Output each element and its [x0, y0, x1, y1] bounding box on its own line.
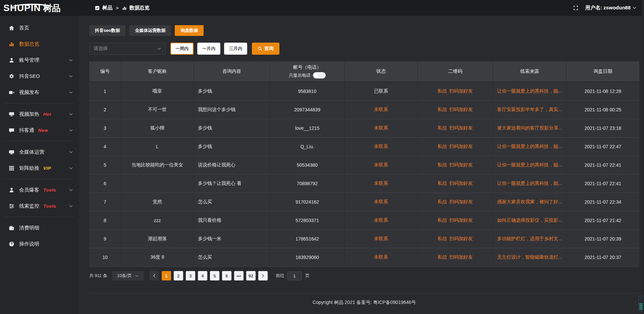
home-icon: [9, 25, 14, 31]
chevron-down-icon: [69, 128, 73, 133]
next-page-button[interactable]: [258, 271, 268, 280]
page-size-label: 10条/页: [117, 273, 132, 279]
private-message-link[interactable]: 私信: [438, 236, 447, 242]
page-button-3[interactable]: 3: [186, 271, 195, 280]
user-menu[interactable]: 用户名: zswodun88: [585, 5, 637, 11]
date-range-group: 一周内一月内三月内: [170, 43, 247, 55]
page-button-4[interactable]: 4: [198, 271, 207, 280]
chevron-down-icon: [69, 166, 73, 170]
page-button-6[interactable]: 6: [222, 271, 231, 280]
scan-add-friend-link[interactable]: 扫码加好友: [449, 180, 473, 187]
cell-no: 5: [89, 156, 121, 174]
sidebar-item-display[interactable]: 全媒体运营: [0, 144, 79, 160]
private-message-link[interactable]: 私信: [438, 254, 447, 260]
page-button-1[interactable]: 1: [162, 271, 171, 280]
cell-source: 让你一眼就爱上的黑科技，能...: [493, 156, 567, 174]
private-message-link[interactable]: 私信: [438, 125, 447, 131]
scan-add-friend-link[interactable]: 扫码加好友: [449, 88, 473, 94]
cell-nickname: 当地比较能吃的一位美女: [121, 156, 194, 174]
cell-status: 未联系: [345, 156, 418, 174]
lead-source-link[interactable]: 客厅安装投影半年多了，真实...: [497, 107, 562, 113]
lead-source-link[interactable]: 多功能护栏灯，适用于乡村文...: [497, 236, 562, 242]
scan-add-friend-link[interactable]: 扫码加好友: [449, 199, 473, 205]
lead-source-link[interactable]: 让你一眼就爱上的黑科技，能...: [497, 180, 562, 187]
tab-media-operation-data[interactable]: 全媒体运营数据: [129, 25, 171, 36]
sidebar-item-member[interactable]: 会员爆客Tools: [0, 182, 79, 198]
more-pages-button[interactable]: •••: [234, 271, 244, 280]
prev-page-button[interactable]: [150, 271, 159, 280]
total-count: 共 911 条: [89, 273, 107, 279]
tab-douyin-seo-data[interactable]: 抖音seo数据: [89, 25, 125, 36]
chevron-down-icon: [69, 90, 73, 95]
private-message-link[interactable]: 私信: [438, 180, 447, 187]
sidebar-item-bar-chart[interactable]: 数据总览: [0, 36, 79, 52]
private-message-link[interactable]: 私信: [438, 162, 447, 168]
grid-icon: [9, 165, 14, 171]
page-button-5[interactable]: 5: [210, 271, 219, 280]
sidebar-item-help[interactable]: ?操作说明: [0, 236, 79, 252]
topbar: SHUPIN 树品 树品 > 数据总览 用户名: zswodun88: [0, 0, 644, 16]
private-message-link[interactable]: 私信: [438, 217, 447, 223]
sidebar-item-label: 全媒体运营: [19, 149, 44, 155]
cell-no: 1: [89, 82, 121, 100]
scan-add-friend-link[interactable]: 扫码加好友: [449, 236, 473, 242]
scrollbar-track[interactable]: [642, 0, 644, 314]
cell-nickname: 不可一世: [121, 101, 194, 119]
lead-source-link[interactable]: 让你一眼就爱上的黑科技，能...: [497, 144, 562, 150]
fullscreen-icon[interactable]: [573, 5, 579, 11]
lead-source-link[interactable]: 感谢大家喜欢我家，被问了好...: [497, 199, 562, 205]
cell-status: 未联系: [345, 174, 418, 193]
private-message-link[interactable]: 私信: [438, 107, 447, 113]
cell-date: 2021-11-07 22:47: [567, 138, 639, 156]
cell-qrcode: 私信扫码加好友: [418, 248, 493, 266]
cell-content: 多少钱: [194, 119, 270, 137]
sidebar-item-video[interactable]: 视频发布: [0, 84, 79, 100]
sidebar-item-label: 视频加热: [19, 111, 39, 117]
sidebar-item-chat[interactable]: 抖客通New: [0, 122, 79, 138]
sidebar-item-label: 会员爆客: [19, 187, 39, 193]
sidebar-item-label: 线索监控: [19, 203, 39, 209]
cell-account: 50534380: [270, 156, 345, 174]
phone-toggle-label: 只显示电话: [289, 72, 311, 78]
lead-source-link[interactable]: 被大家追着问的客厅投影分享...: [497, 125, 562, 131]
scan-add-friend-link[interactable]: 扫码加好友: [449, 162, 473, 168]
goto-page-input[interactable]: [287, 271, 302, 280]
range-button-quarter[interactable]: 三月内: [224, 43, 247, 55]
lead-source-link[interactable]: 让你一眼就爱上的黑科技，能...: [497, 88, 562, 94]
lead-source-link[interactable]: 让你一眼就爱上的黑科技，能...: [497, 162, 562, 168]
sidebar-item-user[interactable]: 账号管理: [0, 52, 79, 68]
private-message-link[interactable]: 私信: [438, 144, 447, 150]
query-button[interactable]: 查询: [252, 43, 279, 55]
sidebar-item-gear[interactable]: 抖音SEO: [0, 68, 79, 84]
sidebar-item-sliders[interactable]: 线索监控Tools: [0, 198, 79, 214]
scan-add-friend-link[interactable]: 扫码加好友: [449, 144, 473, 150]
cell-qrcode: 私信扫码加好友: [418, 101, 493, 119]
sidebar-item-monitor[interactable]: 视频加热Hot: [0, 106, 79, 122]
scan-add-friend-link[interactable]: 扫码加好友: [449, 125, 473, 131]
page-button-2[interactable]: 2: [174, 271, 183, 280]
page-size-select[interactable]: 10条/页: [112, 271, 144, 280]
tab-inquiry-data[interactable]: 询盘数据: [175, 25, 204, 36]
lead-source-link[interactable]: 无主灯设计，智能磁吸轨道灯...: [497, 254, 562, 260]
range-button-week[interactable]: 一周内: [170, 43, 194, 55]
cell-nickname: 潮起潮落: [121, 230, 194, 248]
scan-add-friend-link[interactable]: 扫码加好友: [449, 107, 473, 113]
page-button-92[interactable]: 92: [246, 271, 256, 280]
sidebar-item-wallet[interactable]: 消费明细: [0, 220, 79, 236]
chevron-down-icon: [69, 74, 73, 78]
cell-date: 2021-11-07 22:41: [567, 174, 639, 193]
account-select[interactable]: 请选择: [89, 43, 166, 55]
cell-content: 多少钱一米: [194, 230, 270, 248]
private-message-link[interactable]: 私信: [438, 88, 447, 94]
sidebar-item-grid[interactable]: 矩阵助推VIP: [0, 160, 79, 176]
column-header-qrcode: 二维码: [418, 61, 493, 82]
floating-widget[interactable]: [638, 296, 643, 311]
scan-add-friend-link[interactable]: 扫码加好友: [449, 217, 473, 223]
scan-add-friend-link[interactable]: 扫码加好友: [449, 254, 473, 260]
breadcrumb-root[interactable]: 树品: [102, 5, 112, 11]
lead-source-link[interactable]: 如何正确选择投影仪，买投影...: [497, 217, 562, 223]
phone-toggle-switch[interactable]: [313, 72, 326, 78]
sidebar-item-home[interactable]: 首页: [0, 20, 79, 36]
private-message-link[interactable]: 私信: [438, 199, 447, 205]
range-button-month[interactable]: 一月内: [197, 43, 220, 55]
